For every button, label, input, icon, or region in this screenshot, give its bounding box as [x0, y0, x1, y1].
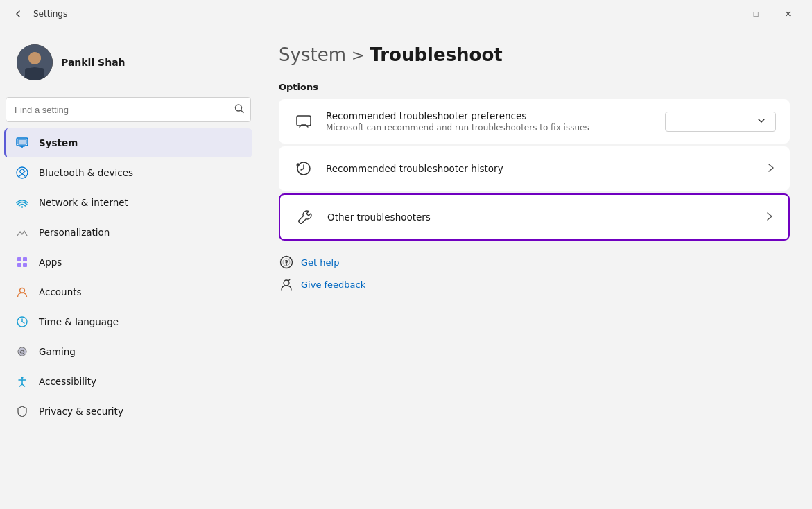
card-subtitle-recommended-prefs: Microsoft can recommend and run troubles… — [326, 123, 654, 132]
search-container — [6, 97, 251, 122]
app-body: Pankil Shah — [0, 28, 812, 509]
accounts-icon — [15, 285, 29, 299]
sidebar-label-privacy: Privacy & security — [39, 406, 241, 417]
breadcrumb-current: Troubleshoot — [370, 44, 502, 65]
card-item-other-troubleshooters[interactable]: Other troubleshooters — [280, 195, 788, 239]
sidebar-label-network: Network & internet — [39, 197, 241, 208]
svg-point-13 — [21, 206, 23, 207]
window-controls: — □ ✕ — [708, 0, 804, 28]
user-name: Pankil Shah — [61, 57, 126, 68]
close-button[interactable]: ✕ — [772, 0, 804, 28]
sidebar-label-personalization: Personalization — [39, 227, 241, 238]
sidebar-item-accessibility[interactable]: Accessibility — [4, 367, 252, 396]
sidebar-item-accounts[interactable]: Accounts — [4, 277, 252, 307]
sidebar: Pankil Shah — [0, 28, 257, 509]
gaming-icon: ⚙ — [15, 345, 29, 359]
svg-rect-4 — [25, 68, 44, 80]
sidebar-label-gaming: Gaming — [39, 346, 241, 357]
history-icon — [293, 157, 315, 180]
sidebar-label-bluetooth: Bluetooth & devices — [39, 167, 241, 178]
svg-line-21 — [22, 322, 24, 323]
sidebar-label-system: System — [39, 137, 241, 148]
card-recommended-prefs: Recommended troubleshooter preferences M… — [279, 99, 790, 144]
svg-text:?: ? — [284, 259, 288, 266]
network-icon — [15, 196, 29, 209]
card-text-other-troubleshooters: Other troubleshooters — [327, 212, 754, 223]
restore-button[interactable]: □ — [740, 0, 772, 28]
card-title-recommended-prefs: Recommended troubleshooter preferences — [326, 110, 654, 121]
card-action-recommended-prefs — [665, 112, 776, 132]
minimize-button[interactable]: — — [708, 0, 740, 28]
svg-rect-14 — [17, 257, 21, 261]
sidebar-item-time[interactable]: Time & language — [4, 307, 252, 336]
svg-rect-15 — [23, 257, 27, 261]
svg-rect-26 — [297, 116, 311, 126]
titlebar: Settings — □ ✕ — [0, 0, 812, 28]
sidebar-label-apps: Apps — [39, 257, 241, 268]
sidebar-item-gaming[interactable]: ⚙ Gaming — [4, 337, 252, 366]
get-help-link[interactable]: ? Get help — [279, 254, 790, 270]
card-other-troubleshooters: Other troubleshooters — [279, 193, 790, 241]
search-input[interactable] — [6, 97, 251, 122]
avatar-image — [17, 44, 53, 80]
dropdown-chevron-icon — [757, 117, 766, 127]
sidebar-nav: System Bluetooth & devices — [0, 128, 257, 426]
sidebar-item-system[interactable]: System — [4, 128, 252, 157]
breadcrumb-parent: System — [279, 44, 346, 65]
section-options-label: Options — [279, 82, 790, 92]
svg-rect-16 — [17, 263, 21, 267]
breadcrumb: System > Troubleshoot — [279, 44, 790, 65]
time-icon — [15, 315, 29, 329]
chat-icon — [293, 110, 315, 132]
chevron-right-icon — [766, 163, 776, 175]
card-action-other-troubleshooters — [765, 212, 775, 223]
breadcrumb-separator: > — [352, 46, 364, 64]
accessibility-icon — [15, 374, 29, 388]
privacy-icon — [15, 404, 29, 418]
give-feedback-icon — [279, 277, 294, 292]
chevron-right-icon-2 — [765, 212, 775, 223]
sidebar-item-network[interactable]: Network & internet — [4, 188, 252, 217]
card-title-other-troubleshooters: Other troubleshooters — [327, 212, 754, 223]
sidebar-item-privacy[interactable]: Privacy & security — [4, 397, 252, 426]
apps-icon — [15, 255, 29, 269]
svg-rect-8 — [18, 139, 26, 144]
system-icon — [15, 136, 29, 150]
card-title-recommended-history: Recommended troubleshooter history — [326, 163, 755, 174]
wrench-icon — [294, 206, 316, 228]
sidebar-item-personalization[interactable]: Personalization — [4, 218, 252, 247]
window-title: Settings — [33, 9, 67, 19]
svg-rect-17 — [23, 263, 27, 267]
svg-point-25 — [21, 377, 24, 379]
sidebar-label-accounts: Accounts — [39, 286, 241, 297]
card-text-recommended-prefs: Recommended troubleshooter preferences M… — [326, 110, 654, 132]
recommended-prefs-dropdown[interactable] — [665, 112, 776, 132]
back-button[interactable] — [8, 4, 28, 24]
get-help-label: Get help — [301, 257, 339, 268]
card-text-recommended-history: Recommended troubleshooter history — [326, 163, 755, 174]
personalization-icon — [15, 225, 29, 239]
card-item-recommended-history[interactable]: Recommended troubleshooter history — [279, 146, 790, 191]
avatar — [17, 44, 53, 80]
card-item-recommended-prefs[interactable]: Recommended troubleshooter preferences M… — [279, 99, 790, 144]
sidebar-label-accessibility: Accessibility — [39, 376, 241, 387]
svg-text:⚙: ⚙ — [19, 349, 25, 356]
sidebar-item-bluetooth[interactable]: Bluetooth & devices — [4, 158, 252, 187]
get-help-icon: ? — [279, 254, 294, 270]
bluetooth-icon — [15, 166, 29, 180]
give-feedback-link[interactable]: Give feedback — [279, 277, 790, 292]
user-profile[interactable]: Pankil Shah — [6, 33, 251, 92]
links-section: ? Get help Give feedback — [279, 254, 790, 292]
main-content: System > Troubleshoot Options Recommende… — [257, 28, 812, 509]
sidebar-item-apps[interactable]: Apps — [4, 248, 252, 277]
sidebar-label-time: Time & language — [39, 316, 241, 327]
give-feedback-label: Give feedback — [301, 279, 365, 290]
card-recommended-history: Recommended troubleshooter history — [279, 146, 790, 191]
page-header: System > Troubleshoot — [279, 44, 790, 65]
svg-point-3 — [28, 52, 41, 64]
card-action-recommended-history — [766, 163, 776, 175]
